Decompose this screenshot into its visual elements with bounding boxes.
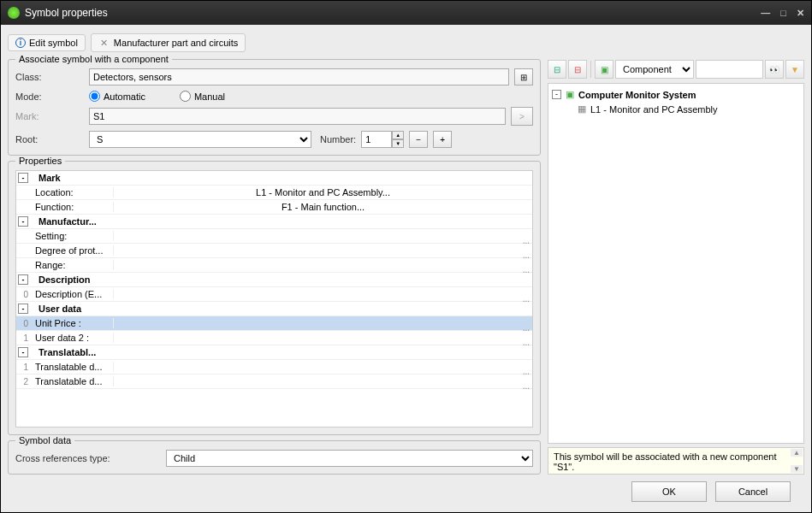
component-icon-button[interactable]: ▣	[595, 60, 613, 79]
info-icon: i	[15, 38, 26, 48]
binoculars-icon: 👀	[769, 65, 779, 74]
component-icon: ▣	[601, 65, 608, 74]
class-input[interactable]	[89, 68, 509, 86]
collapse-all-button[interactable]: ⊟	[568, 60, 587, 79]
mark-arrow-button[interactable]: >	[511, 107, 533, 126]
ok-button[interactable]: OK	[631, 481, 707, 502]
collapse-icon: ⊟	[574, 65, 581, 74]
tree-child-l1[interactable]: ▦ L1 - Monitor and PC Assembly	[552, 102, 800, 116]
mode-auto-radio[interactable]: Automatic	[89, 91, 145, 102]
toggle-desc[interactable]: -	[18, 274, 28, 285]
close-button[interactable]: ✕	[797, 8, 804, 19]
main-toolbar: i Edit symbol ✕ Manufacturer part and ci…	[8, 32, 804, 54]
status-message: This symbol will be associated with a ne…	[554, 451, 776, 472]
cancel-button[interactable]: Cancel	[715, 481, 791, 502]
toggle-userdata[interactable]: -	[18, 304, 28, 314]
properties-legend: Properties	[15, 156, 65, 166]
properties-fieldset: Properties -Mark Location:L1 - Monitor a…	[8, 161, 541, 435]
mode-label: Mode:	[15, 91, 84, 102]
component-combo[interactable]: Component	[615, 60, 694, 79]
root-label: Root:	[15, 134, 84, 144]
number-down[interactable]: ▼	[392, 139, 404, 148]
edit-symbol-label: Edit symbol	[29, 38, 78, 48]
row-range[interactable]: Range:...	[16, 258, 532, 273]
search-input[interactable]	[696, 60, 763, 79]
right-pane: ⊟ ⊟ ▣ Component 👀 ▼ - ▣ Computer Monitor…	[548, 59, 804, 475]
minimize-button[interactable]: —	[761, 8, 770, 19]
number-label: Number:	[320, 134, 356, 144]
row-trans1[interactable]: 1Translatable d......	[16, 360, 532, 374]
number-spinner[interactable]: ▲▼	[361, 131, 404, 148]
associate-legend: Associate symbol with a component	[15, 54, 172, 64]
assembly-icon: ▦	[576, 103, 588, 115]
mfr-parts-label: Manufacturer part and circuits	[114, 38, 239, 48]
toggle-mark[interactable]: -	[18, 173, 28, 183]
properties-table[interactable]: -Mark Location:L1 - Monitor and PC Assem…	[15, 170, 533, 428]
expand-icon: ⊟	[554, 65, 560, 74]
main-area: Associate symbol with a component Class:…	[8, 59, 804, 475]
number-minus-button[interactable]: −	[409, 131, 428, 148]
tools-icon: ✕	[98, 37, 110, 49]
mfr-parts-button[interactable]: ✕ Manufacturer part and circuits	[91, 33, 246, 52]
toggle-mfr[interactable]: -	[18, 216, 28, 227]
tree-root[interactable]: - ▣ Computer Monitor System	[552, 87, 800, 102]
maximize-button[interactable]: □	[780, 8, 786, 19]
row-desc-en[interactable]: 0Description (E......	[16, 287, 532, 302]
row-degree[interactable]: Degree of prot......	[16, 244, 532, 258]
mode-manual-radio[interactable]: Manual	[180, 91, 225, 102]
tree-toggle[interactable]: -	[552, 90, 561, 99]
titlebar: Symbol properties — □ ✕	[1, 1, 811, 25]
window-title: Symbol properties	[25, 7, 761, 19]
edit-symbol-button[interactable]: i Edit symbol	[8, 34, 86, 51]
symbol-data-legend: Symbol data	[15, 435, 74, 445]
filter-button[interactable]: ▼	[785, 60, 804, 79]
window-controls: — □ ✕	[761, 8, 804, 19]
number-up[interactable]: ▲	[392, 131, 404, 139]
class-browse-button[interactable]: ⊞	[514, 68, 533, 86]
crossref-combo[interactable]: Child	[166, 450, 533, 467]
status-scrollbar[interactable]: ▲▼	[791, 449, 803, 473]
mark-input	[89, 108, 506, 125]
row-unit-price[interactable]: 0Unit Price :...	[16, 316, 532, 331]
associate-fieldset: Associate symbol with a component Class:…	[8, 59, 541, 156]
funnel-icon: ▼	[791, 65, 799, 74]
symbol-data-fieldset: Symbol data Cross references type: Child	[8, 440, 541, 475]
mark-label: Mark:	[15, 111, 84, 121]
class-label: Class:	[15, 72, 84, 82]
crossref-label: Cross references type:	[15, 453, 161, 463]
dialog-buttons: OK Cancel	[8, 480, 804, 505]
content-area: i Edit symbol ✕ Manufacturer part and ci…	[1, 25, 811, 512]
component-tree[interactable]: - ▣ Computer Monitor System ▦ L1 - Monit…	[548, 83, 804, 444]
number-input[interactable]	[361, 131, 392, 148]
row-location[interactable]: Location:L1 - Monitor and PC Assembly...	[16, 186, 532, 200]
expand-all-button[interactable]: ⊟	[548, 60, 566, 79]
right-toolbar: ⊟ ⊟ ▣ Component 👀 ▼	[548, 59, 804, 80]
root-combo[interactable]: S	[89, 131, 311, 148]
row-setting[interactable]: Setting:...	[16, 229, 532, 244]
window: Symbol properties — □ ✕ i Edit symbol ✕ …	[0, 0, 812, 513]
row-function[interactable]: Function:F1 - Main function...	[16, 200, 532, 215]
toggle-trans[interactable]: -	[18, 347, 28, 357]
tree-icon: ⊞	[520, 73, 527, 82]
left-pane: Associate symbol with a component Class:…	[8, 59, 541, 475]
row-userdata2[interactable]: 1User data 2 :...	[16, 331, 532, 345]
number-plus-button[interactable]: +	[433, 131, 452, 148]
row-trans2[interactable]: 2Translatable d......	[16, 374, 532, 389]
find-button[interactable]: 👀	[765, 60, 784, 79]
monitor-icon: ▣	[564, 89, 576, 101]
app-icon	[8, 7, 20, 19]
status-panel: This symbol will be associated with a ne…	[548, 447, 804, 475]
